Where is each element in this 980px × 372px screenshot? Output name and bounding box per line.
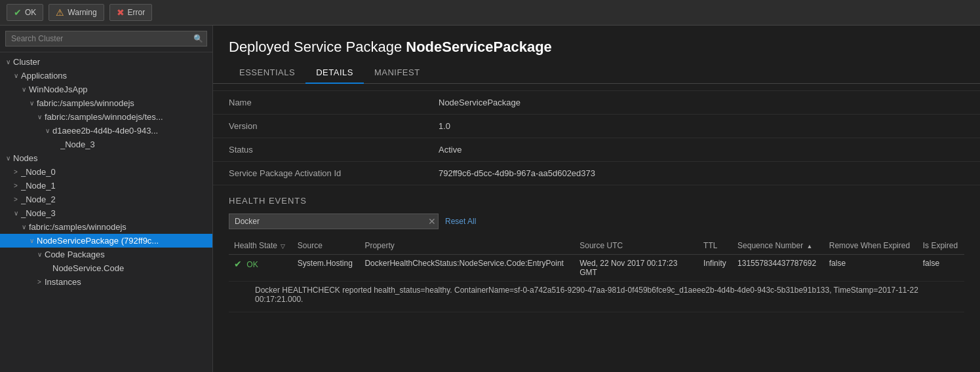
toggle-icon: ∨ — [34, 251, 45, 258]
reset-all-link[interactable]: Reset All — [445, 217, 476, 226]
sidebar-item-label: d1aeee2b-4d4b-4de0-943... — [52, 126, 212, 136]
tab-bar: ESSENTIALSDETAILSMANIFEST — [213, 62, 980, 84]
page-title-name: NodeServicePackage — [406, 39, 552, 55]
column-header-sequence-number[interactable]: Sequence Number ▲ — [732, 237, 824, 255]
detail-label: Version — [229, 121, 439, 131]
page-title-prefix: Deployed Service Package — [229, 39, 402, 55]
sidebar-item-label: _Node_2 — [21, 195, 212, 204]
sidebar-item-node1[interactable]: > _Node_1 — [0, 179, 212, 193]
sidebar-item-nodes[interactable]: ∨ Nodes — [0, 151, 212, 165]
toggle-icon: ∨ — [18, 223, 29, 231]
health-state-value: OK — [246, 260, 258, 269]
toggle-icon: ∨ — [3, 155, 13, 162]
column-header-source-utc[interactable]: Source UTC — [574, 237, 698, 255]
sidebar-item-nodeservicepackage[interactable]: ∨ NodeServicePackage (792ff9c... — [0, 234, 212, 248]
detail-row: Status Active — [213, 138, 980, 162]
health-ok-icon: ✔ — [234, 259, 242, 269]
tab-details[interactable]: DETAILS — [305, 62, 364, 84]
search-box: 🔍 — [0, 26, 212, 52]
filter-input-wrap: ✕ — [229, 214, 439, 229]
health-section: HEALTH EVENTS ✕ Reset All Health State ▽… — [213, 185, 980, 312]
detail-value: NodeServicePackage — [439, 98, 520, 107]
source-utc-cell: Wed, 22 Nov 2017 00:17:23 GMT — [574, 255, 698, 282]
sidebar-item-label: Instances — [45, 277, 212, 287]
ttl-cell: Infinity — [698, 255, 732, 282]
column-header-source[interactable]: Source — [292, 237, 360, 255]
content-panel: Deployed Service Package NodeServicePack… — [213, 26, 980, 372]
property-cell: DockerHealthCheckStatus:NodeService.Code… — [359, 255, 574, 282]
toggle-icon: ∨ — [10, 72, 21, 79]
column-header-remove-when-expired[interactable]: Remove When Expired — [824, 237, 918, 255]
sequence-number-cell: 131557834437787692 — [732, 255, 824, 282]
detail-value: 792ff9c6-d5cc-4d9b-967a-aa5d602ed373 — [439, 168, 595, 178]
health-table-row: ✔ OK System.Hosting DockerHealthCheckSta… — [229, 255, 964, 282]
toggle-icon: ∨ — [26, 100, 37, 107]
error-button[interactable]: ✖ Error — [109, 4, 153, 21]
health-filter-input[interactable] — [229, 214, 439, 229]
toggle-icon: ∨ — [42, 127, 52, 134]
sidebar-item-fabric-samples-winnodejs[interactable]: ∨ fabric:/samples/winnodejs — [0, 96, 212, 110]
page-header: Deployed Service Package NodeServicePack… — [213, 26, 980, 62]
sidebar-item-node0[interactable]: > _Node_0 — [0, 165, 212, 179]
filter-clear-icon[interactable]: ✕ — [428, 216, 436, 227]
filter-row: ✕ Reset All — [229, 214, 964, 229]
column-header-is-expired[interactable]: Is Expired — [918, 237, 964, 255]
sidebar-item-label: _Node_3 — [21, 208, 212, 218]
sidebar-item-node2[interactable]: > _Node_2 — [0, 193, 212, 206]
detail-value: Active — [439, 145, 461, 155]
sort-icon: ▲ — [806, 243, 812, 250]
ok-label: OK — [25, 8, 36, 17]
sidebar-item-code-packages[interactable]: ∨ Code Packages — [0, 248, 212, 261]
detail-row: Service Package Activation Id 792ff9c6-d… — [213, 162, 980, 185]
sidebar-item-label: Cluster — [13, 57, 212, 67]
toggle-icon: ∨ — [26, 237, 37, 244]
header-row: Health State ▽SourcePropertySource UTCTT… — [229, 237, 964, 255]
column-header-health-state[interactable]: Health State ▽ — [229, 237, 292, 255]
toggle-icon: > — [34, 278, 45, 286]
health-table-body: ✔ OK System.Hosting DockerHealthCheckSta… — [229, 255, 964, 312]
sidebar-item-d1aeee2b[interactable]: ∨ d1aeee2b-4d4b-4de0-943... — [0, 124, 212, 138]
sidebar-item-label: fabric:/samples/winnodejs/tes... — [45, 112, 212, 122]
tab-essentials[interactable]: ESSENTIALS — [229, 62, 305, 84]
toggle-icon: > — [10, 182, 21, 189]
ok-button[interactable]: ✔ OK — [7, 4, 43, 21]
warning-button[interactable]: ⚠ Warning — [49, 4, 104, 21]
sidebar-item-fabric-samples-winnodejs-tes[interactable]: ∨ fabric:/samples/winnodejs/tes... — [0, 110, 212, 124]
sidebar-item-label: Applications — [21, 71, 212, 81]
sidebar-item-winnodejsapp[interactable]: ∨ WinNodeJsApp — [0, 83, 212, 96]
health-state-cell: ✔ OK — [229, 255, 292, 282]
detail-label: Status — [229, 145, 439, 155]
search-input[interactable] — [5, 31, 207, 46]
sidebar-item-label: _Node_1 — [21, 181, 212, 191]
sidebar-item-label: NodeService.Code — [52, 263, 212, 273]
error-icon: ✖ — [117, 7, 125, 18]
health-events-table: Health State ▽SourcePropertySource UTCTT… — [229, 237, 964, 312]
toggle-icon: ∨ — [3, 58, 13, 65]
detail-row: Version 1.0 — [213, 115, 980, 138]
health-detail-row: Docker HEALTHCHECK reported health_statu… — [229, 282, 964, 312]
sidebar-item-instances[interactable]: > Instances — [0, 275, 212, 289]
details-table: Name NodeServicePackage Version 1.0 Stat… — [213, 90, 980, 185]
topbar: ✔ OK ⚠ Warning ✖ Error — [0, 0, 980, 26]
search-icon: 🔍 — [193, 34, 203, 43]
tab-manifest[interactable]: MANIFEST — [364, 62, 431, 84]
sidebar-item-nodeservice-code[interactable]: NodeService.Code — [0, 261, 212, 275]
warning-icon: ⚠ — [56, 7, 64, 18]
sidebar: 🔍 ∨ Cluster ∨ Applications ∨ WinNodeJsAp… — [0, 26, 213, 372]
toggle-icon: > — [10, 168, 21, 176]
toggle-icon: ∨ — [34, 113, 45, 121]
sidebar-item-fabric-node3[interactable]: ∨ fabric:/samples/winnodejs — [0, 220, 212, 234]
sidebar-item-applications[interactable]: ∨ Applications — [0, 69, 212, 83]
detail-label: Service Package Activation Id — [229, 168, 439, 178]
sidebar-item-node3[interactable]: ∨ _Node_3 — [0, 206, 212, 220]
sidebar-item-node3-app[interactable]: _Node_3 — [0, 138, 212, 151]
health-events-title: HEALTH EVENTS — [229, 196, 964, 206]
column-header-ttl[interactable]: TTL — [698, 237, 732, 255]
sidebar-item-label: Code Packages — [45, 250, 212, 259]
sidebar-item-cluster[interactable]: ∨ Cluster — [0, 55, 212, 69]
sidebar-tree: ∨ Cluster ∨ Applications ∨ WinNodeJsApp … — [0, 52, 212, 372]
column-header-property[interactable]: Property — [359, 237, 574, 255]
warning-label: Warning — [68, 8, 96, 17]
remove-when-expired-cell: false — [824, 255, 918, 282]
error-label: Error — [128, 8, 146, 17]
